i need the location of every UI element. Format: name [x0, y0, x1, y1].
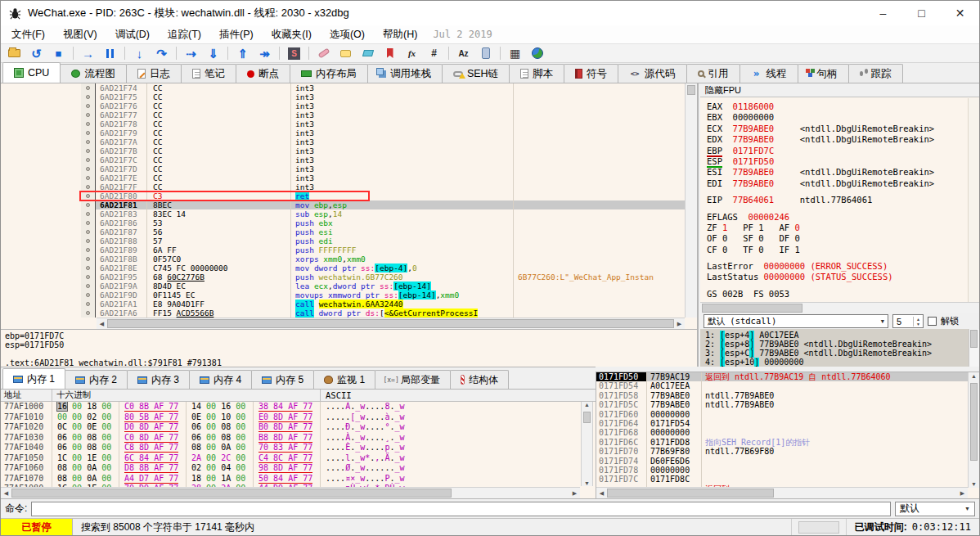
tab-locals[interactable]: [x=]局部变量: [375, 370, 451, 389]
register-row[interactable]: EBP 0171FD7C: [707, 146, 968, 156]
disasm-row[interactable]: 6AD21F75CCint3: [1, 92, 685, 101]
stack-row[interactable]: 0171FD7077B69F80ntdll.77B69F80: [596, 447, 968, 456]
register-row[interactable]: EDX 77B9ABE0 <ntdll.DbgUiRemoteBreak​in>: [707, 134, 968, 145]
disasm-row[interactable]: 6AD21F8857push edi: [1, 236, 685, 245]
breakpoint-gutter-dot[interactable]: [81, 227, 96, 236]
tab-threads[interactable]: »线程: [739, 64, 798, 83]
breakpoint-gutter-dot[interactable]: [81, 309, 96, 318]
dump-row[interactable]: 77AF104006 00 08 00C8 8D AF 7708 00 0A 0…: [1, 443, 596, 453]
dump-horizontal-scrollbar[interactable]: ◀ ▶: [1, 487, 580, 498]
tab-dump-1[interactable]: 内存 1: [2, 368, 65, 389]
minimize-button[interactable]: –: [864, 1, 902, 25]
scroll-down-icon[interactable]: ▼: [969, 479, 979, 489]
stack-row[interactable]: 0171FD6C0171FDD8指向SEH_Record[1]的指针: [596, 438, 968, 447]
stack-row[interactable]: 0171FD5877B9ABE0ntdll.77B9ABE0: [596, 391, 968, 400]
stack-row[interactable]: 0171FD6800000000: [596, 428, 968, 437]
disasm-row[interactable]: 6AD21F7FCCint3: [1, 182, 685, 191]
dump-row[interactable]: 77AF106008 00 0A 00D8 8B AF 7702 00 04 0…: [1, 463, 596, 474]
scroll-left-icon[interactable]: ◀: [1, 488, 11, 498]
register-row[interactable]: ZF 1 PF 1 AF 0: [707, 223, 968, 233]
open-file-icon[interactable]: [4, 44, 25, 62]
run-to-user-code-icon[interactable]: ↠: [254, 44, 275, 62]
breakpoint-gutter-dot[interactable]: [81, 209, 96, 218]
argument-row[interactable]: 2: [esp+8] 77B9ABE0 <ntdll.DbgUiRemoteBr…: [705, 340, 979, 349]
close-debuggee-icon[interactable]: ■: [48, 44, 69, 62]
breakpoint-gutter-dot[interactable]: [81, 146, 96, 155]
breakpoint-gutter-dot[interactable]: [81, 291, 96, 300]
breakpoint-gutter-dot[interactable]: [81, 119, 96, 128]
pause-icon[interactable]: [100, 44, 120, 62]
tab-seh-chain[interactable]: SEH链: [442, 64, 510, 83]
scroll-up-icon[interactable]: ▲: [969, 372, 979, 381]
restart-icon[interactable]: ↺: [26, 44, 47, 62]
breakpoint-gutter-dot[interactable]: [81, 273, 96, 282]
breakpoint-gutter-dot[interactable]: [81, 200, 96, 209]
strings-icon[interactable]: Az: [453, 44, 474, 62]
breakpoint-gutter-dot[interactable]: [81, 137, 96, 146]
menu-options[interactable]: 选项(O): [321, 28, 374, 42]
registers-vertical-scrollbar[interactable]: [968, 98, 979, 302]
breakpoint-gutter-dot[interactable]: [81, 236, 96, 245]
disasm-row[interactable]: 6AD21F76CCint3: [1, 101, 685, 110]
dump-row[interactable]: 77AF103006 00 08 00C0 8D AF 7706 00 08 0…: [1, 433, 596, 444]
breakpoint-gutter-dot[interactable]: [81, 218, 96, 227]
argument-count-stepper[interactable]: 5 ▲▼: [892, 314, 924, 328]
globe-icon[interactable]: [527, 44, 547, 62]
disasm-row[interactable]: 6AD21F74CCint3: [1, 83, 685, 92]
disasm-row[interactable]: 6AD21F7ECCint3: [1, 173, 685, 182]
disasm-row[interactable]: 6AD21F9D0F1145 ECmovups xmmword ptr ss:[…: [1, 291, 685, 300]
tab-symbols[interactable]: 符号: [564, 64, 618, 83]
function-icon[interactable]: fx: [402, 44, 422, 62]
disasm-row[interactable]: 6AD21FA1E8 9A04D1FFcall wechatwin.6AA324…: [1, 300, 685, 309]
disasm-row[interactable]: 6AD21F8EC745 FC 00000000mov dword ptr ss…: [1, 263, 685, 273]
scroll-left-icon[interactable]: ◀: [596, 488, 607, 498]
menu-view[interactable]: 视图(V): [54, 28, 106, 42]
tab-dump-2[interactable]: 内存 2: [65, 370, 128, 389]
disasm-row[interactable]: 6AD21F7ACCint3: [1, 137, 685, 146]
tab-dump-4[interactable]: 内存 4: [189, 370, 252, 389]
stack-row[interactable]: 0171FD6000000000: [596, 410, 968, 419]
disasm-row[interactable]: 6AD21F80C3ret: [1, 191, 685, 200]
scroll-down-icon[interactable]: ▼: [582, 478, 592, 489]
hash-icon[interactable]: #: [424, 44, 444, 62]
register-row[interactable]: EBX 00000000: [707, 112, 968, 123]
maximize-button[interactable]: □: [902, 1, 941, 25]
dump-vertical-scrollbar[interactable]: ▲ ▼: [581, 402, 593, 486]
dump-row[interactable]: 77AF100016 00 18 00C0 8B AF 7714 00 16 0…: [1, 402, 596, 412]
breakpoint-gutter-dot[interactable]: [81, 101, 96, 110]
tab-source[interactable]: <>源代码: [618, 64, 687, 83]
breakpoint-gutter-dot[interactable]: [81, 155, 96, 164]
menu-favourites[interactable]: 收藏夹(I): [263, 28, 321, 42]
tab-script[interactable]: 脚本: [509, 64, 564, 83]
arguments-vertical-scrollbar[interactable]: [969, 329, 979, 367]
register-row[interactable]: LastStatus 00000000 (STATUS_SUCCESS): [707, 272, 968, 282]
command-input[interactable]: [31, 502, 891, 516]
scroll-left-icon[interactable]: ◀: [97, 318, 107, 329]
tab-log[interactable]: 日志: [126, 64, 182, 83]
register-row[interactable]: EAX 01186000: [707, 101, 968, 112]
dump-row[interactable]: 77AF101000 00 02 0080 5B AF 770E 00 10 0…: [1, 412, 596, 423]
dump-row[interactable]: 77AF10200C 00 0E 00D0 8D AF 7706 00 08 0…: [1, 422, 596, 433]
trace-over-icon[interactable]: ⇓: [203, 44, 223, 62]
hide-fpu-button[interactable]: 隐藏FPU: [700, 83, 979, 97]
stack-row[interactable]: 0171FD640171FD54: [596, 419, 968, 428]
menu-trace[interactable]: 追踪(T): [159, 28, 210, 42]
tab-trace[interactable]: 跟踪: [848, 64, 903, 83]
disasm-row[interactable]: 6AD21F7DCCint3: [1, 164, 685, 173]
tab-dump-5[interactable]: 内存 5: [251, 370, 314, 389]
stack-horizontal-scrollbar[interactable]: ◀ ▶: [596, 487, 968, 498]
disasm-row[interactable]: 6AD21F79CCint3: [1, 128, 685, 137]
register-row[interactable]: CF 0 TF 0 IF 1: [707, 245, 968, 255]
tab-memory-map[interactable]: 内存布局: [290, 64, 368, 83]
breakpoint-gutter-dot[interactable]: [81, 173, 96, 182]
register-row[interactable]: ESI 77B9ABE0 <ntdll.DbgUiRemoteBreak​in>: [707, 167, 968, 178]
disasm-row[interactable]: 6AD21FA6FF15 ACD5566Bcall dword ptr ds:[…: [1, 309, 685, 318]
disasm-row[interactable]: 6AD21F818BECmov ebp,esp: [1, 200, 685, 209]
disasm-row[interactable]: 6AD21F77CCint3: [1, 110, 685, 119]
tab-notes[interactable]: 笔记: [181, 64, 236, 83]
scroll-up-icon[interactable]: ▲: [582, 399, 592, 410]
comment-icon[interactable]: [335, 44, 356, 62]
arguments-list[interactable]: 1: [esp+4] A0C17EEA2: [esp+8] 77B9ABE0 <…: [700, 329, 979, 367]
register-row[interactable]: LastError 00000000 (ERROR_SUCCESS): [707, 261, 968, 272]
disasm-row[interactable]: 6AD21F9A8D4D EClea ecx,dword ptr ss:[ebp…: [1, 282, 685, 291]
